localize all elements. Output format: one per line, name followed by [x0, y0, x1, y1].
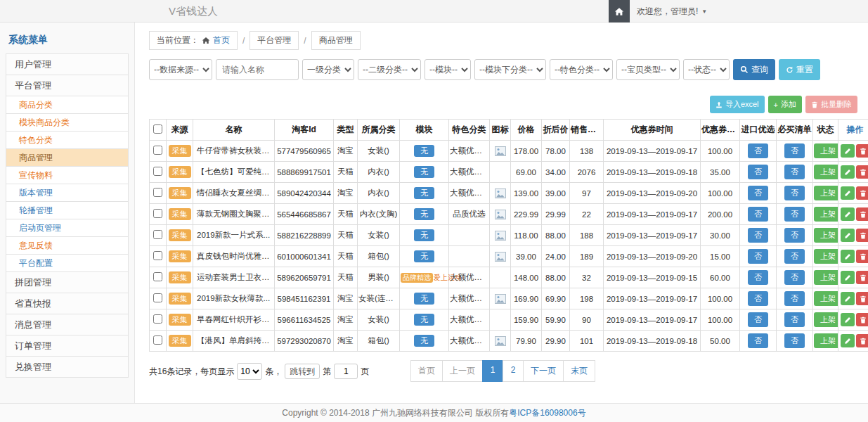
select-all-checkbox[interactable]	[153, 124, 162, 134]
page-button[interactable]: 下一页	[523, 360, 564, 382]
page-button[interactable]: 1	[482, 360, 503, 382]
import-toggle-button[interactable]: 否	[748, 143, 768, 158]
edit-button[interactable]	[841, 165, 855, 179]
status-button[interactable]: 上架	[814, 312, 838, 327]
reset-button[interactable]: 重置	[779, 59, 820, 80]
edit-button[interactable]	[841, 229, 855, 242]
delete-button[interactable]	[856, 250, 868, 263]
sidebar-link[interactable]: 版本管理	[6, 184, 128, 202]
per-page-select[interactable]: 10	[237, 363, 262, 380]
add-button[interactable]: + 添加	[768, 96, 802, 113]
sidebar-link[interactable]: 商品分类	[6, 96, 128, 114]
import-excel-button[interactable]: 导入excel	[710, 96, 765, 113]
page-button[interactable]: 上一页	[442, 360, 483, 382]
must-buy-toggle-button[interactable]: 否	[784, 165, 805, 179]
delete-button[interactable]	[856, 207, 868, 221]
sidebar-link[interactable]: 平台配置	[6, 255, 128, 272]
sidebar-link[interactable]: 模块商品分类	[6, 114, 128, 132]
row-checkbox[interactable]	[153, 251, 162, 260]
import-toggle-button[interactable]: 否	[748, 291, 768, 306]
must-buy-toggle-button[interactable]: 否	[784, 249, 805, 264]
import-toggle-button[interactable]: 否	[748, 333, 768, 348]
filter-select[interactable]: --数据来源--	[149, 59, 212, 80]
user-menu[interactable]: 欢迎您，管理员! ▼	[630, 6, 714, 18]
import-toggle-button[interactable]: 否	[748, 228, 768, 243]
delete-button[interactable]	[856, 292, 868, 305]
row-checkbox[interactable]	[153, 272, 162, 281]
import-toggle-button[interactable]: 否	[748, 207, 768, 222]
sidebar-section[interactable]: 订单管理	[6, 335, 128, 357]
row-checkbox[interactable]	[153, 167, 162, 176]
status-button[interactable]: 上架	[814, 228, 838, 243]
row-checkbox[interactable]	[153, 293, 162, 302]
delete-button[interactable]	[856, 313, 868, 326]
row-checkbox[interactable]	[153, 209, 162, 218]
home-button[interactable]	[609, 0, 630, 23]
status-button[interactable]: 上架	[814, 165, 838, 179]
must-buy-toggle-button[interactable]: 否	[784, 312, 805, 327]
filter-select[interactable]: --宝贝类型--	[616, 59, 680, 80]
sidebar-link[interactable]: 轮播管理	[6, 202, 128, 219]
import-toggle-button[interactable]: 否	[748, 165, 768, 179]
sidebar-section[interactable]: 平台管理	[6, 75, 128, 96]
must-buy-toggle-button[interactable]: 否	[784, 291, 805, 306]
must-buy-toggle-button[interactable]: 否	[784, 270, 805, 285]
must-buy-toggle-button[interactable]: 否	[784, 207, 805, 222]
name-search-input[interactable]	[216, 59, 299, 80]
page-button[interactable]: 首页	[410, 360, 443, 382]
row-checkbox[interactable]	[153, 314, 162, 324]
edit-button[interactable]	[841, 334, 855, 347]
sidebar-section[interactable]: 用户管理	[6, 54, 128, 75]
edit-button[interactable]	[841, 292, 855, 305]
import-toggle-button[interactable]: 否	[748, 186, 768, 200]
page-button[interactable]: 末页	[563, 360, 595, 382]
filter-select[interactable]: --模块下分类--	[474, 59, 546, 80]
filter-select[interactable]: --二级分类--	[358, 59, 421, 80]
sidebar-section[interactable]: 消息管理	[6, 314, 128, 335]
delete-button[interactable]	[856, 334, 868, 347]
delete-button[interactable]	[856, 165, 868, 179]
jump-button[interactable]: 跳转到	[285, 364, 320, 379]
filter-select[interactable]: --模块--	[425, 59, 471, 80]
import-toggle-button[interactable]: 否	[748, 270, 768, 285]
row-checkbox[interactable]	[153, 188, 162, 197]
edit-button[interactable]	[841, 186, 855, 200]
edit-button[interactable]	[841, 250, 855, 263]
edit-button[interactable]	[841, 271, 855, 284]
sidebar-section[interactable]: 省直快报	[6, 293, 128, 314]
filter-select[interactable]: --状态--	[683, 59, 730, 80]
page-button[interactable]: 2	[503, 360, 524, 382]
must-buy-toggle-button[interactable]: 否	[784, 228, 805, 243]
status-button[interactable]: 上架	[814, 143, 838, 158]
status-button[interactable]: 上架	[814, 270, 838, 285]
edit-button[interactable]	[841, 144, 855, 158]
delete-button[interactable]	[856, 271, 868, 284]
status-button[interactable]: 上架	[814, 291, 838, 306]
import-toggle-button[interactable]: 否	[748, 312, 768, 327]
sidebar-link[interactable]: 意见反馈	[6, 237, 128, 255]
status-button[interactable]: 上架	[814, 249, 838, 264]
batch-delete-button[interactable]: 批量删除	[805, 96, 857, 113]
row-checkbox[interactable]	[153, 230, 162, 239]
filter-select[interactable]: --特色分类--	[550, 59, 613, 80]
delete-button[interactable]	[856, 144, 868, 158]
must-buy-toggle-button[interactable]: 否	[784, 186, 805, 200]
query-button[interactable]: 查询	[733, 59, 775, 80]
delete-button[interactable]	[856, 186, 868, 200]
edit-button[interactable]	[841, 207, 855, 221]
delete-button[interactable]	[856, 229, 868, 242]
sidebar-link[interactable]: 宣传物料	[6, 167, 128, 184]
row-checkbox[interactable]	[153, 335, 162, 345]
icp-link[interactable]: 粤ICP备16098006号	[509, 407, 585, 419]
sidebar-section[interactable]: 兑换管理	[6, 357, 128, 378]
status-button[interactable]: 上架	[814, 333, 838, 348]
row-checkbox[interactable]	[153, 146, 162, 155]
must-buy-toggle-button[interactable]: 否	[784, 143, 805, 158]
sidebar-section[interactable]: 拼团管理	[6, 272, 128, 293]
status-button[interactable]: 上架	[814, 186, 838, 200]
status-button[interactable]: 上架	[814, 207, 838, 222]
edit-button[interactable]	[841, 313, 855, 326]
sidebar-link[interactable]: 启动页管理	[6, 219, 128, 237]
breadcrumb-home-link[interactable]: 首页	[213, 34, 230, 46]
jump-page-input[interactable]	[334, 364, 358, 379]
